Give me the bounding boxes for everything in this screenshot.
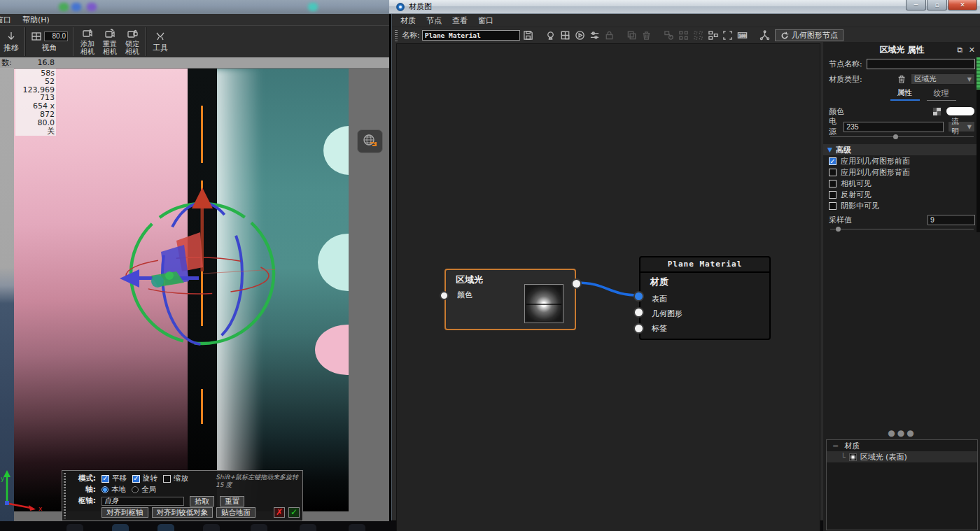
translate-checkbox[interactable]: ✓平移 bbox=[102, 474, 127, 483]
taskbar-item[interactable] bbox=[66, 524, 83, 531]
panel-titlebar[interactable]: 区域光 属性 ⧉ ✕ bbox=[823, 43, 980, 56]
menu-node[interactable]: 节点 bbox=[426, 15, 442, 26]
save-icon[interactable] bbox=[522, 29, 535, 42]
pick-button[interactable]: 拾取 bbox=[190, 496, 214, 507]
undock-icon[interactable]: ⧉ bbox=[957, 45, 962, 55]
delete-material-icon[interactable] bbox=[897, 74, 906, 84]
taskbar-item[interactable] bbox=[251, 524, 267, 531]
menu-window[interactable]: 窗口 bbox=[0, 15, 11, 25]
taskbar-item[interactable] bbox=[349, 524, 365, 531]
scrollbar-thumb[interactable] bbox=[976, 57, 980, 90]
power-slider[interactable] bbox=[830, 134, 974, 140]
render-refresh-button[interactable] bbox=[357, 129, 383, 153]
fov-input[interactable] bbox=[44, 31, 68, 41]
panel-grip[interactable] bbox=[64, 473, 66, 518]
checkbox-icon[interactable] bbox=[829, 169, 836, 176]
material-preview-icon[interactable] bbox=[559, 29, 572, 42]
panel-splitter[interactable]: ●●● bbox=[823, 428, 980, 438]
pivot-input[interactable] bbox=[102, 497, 184, 506]
fit-view-icon[interactable] bbox=[722, 29, 734, 42]
material-type-select[interactable]: 区域光▼ bbox=[911, 73, 975, 85]
tab-properties[interactable]: 属性 bbox=[890, 87, 920, 101]
rotate-checkbox[interactable]: ✓旋转 bbox=[132, 474, 158, 483]
fov-control[interactable]: 视角 bbox=[28, 26, 71, 57]
surface-input-port[interactable] bbox=[634, 291, 644, 302]
grid-nodes-icon[interactable] bbox=[678, 29, 690, 42]
scale-checkbox[interactable]: 缩放 bbox=[163, 474, 188, 483]
node-group-icon[interactable] bbox=[663, 29, 676, 42]
render-image[interactable] bbox=[14, 69, 349, 511]
align-pivot-button[interactable]: 对齐到枢轴 bbox=[102, 507, 148, 518]
taskbar-item[interactable] bbox=[300, 524, 316, 531]
checkbox-checked-icon[interactable]: ✓ bbox=[829, 157, 836, 165]
lock-icon[interactable] bbox=[603, 29, 616, 42]
color-input-port[interactable] bbox=[440, 291, 449, 300]
checkbox-icon[interactable] bbox=[829, 202, 836, 210]
checkbox-row[interactable]: 阴影中可见 bbox=[823, 200, 980, 211]
viewport-3d[interactable]: y x Shift+鼠标左键拖动来多旋转 bbox=[0, 68, 389, 521]
menu-window[interactable]: 窗口 bbox=[478, 15, 493, 26]
add-camera-button[interactable]: 添加相机 bbox=[76, 26, 99, 57]
taskbar-item[interactable] bbox=[203, 524, 220, 531]
arrange-nodes-icon[interactable] bbox=[707, 29, 720, 42]
area-light-node[interactable]: 区域光 颜色 bbox=[444, 269, 576, 330]
maximize-button[interactable]: ▫ bbox=[927, 0, 947, 10]
pan-button[interactable]: 推移 bbox=[0, 26, 22, 57]
node-graph-canvas[interactable]: 区域光 颜色 Plane Material 材质 表面 几何图形 标签 bbox=[396, 43, 820, 531]
trash-icon[interactable] bbox=[640, 29, 653, 42]
confirm-button[interactable]: ✓ bbox=[288, 507, 300, 518]
material-name-input[interactable] bbox=[422, 30, 520, 41]
render-preview-icon[interactable] bbox=[574, 29, 587, 42]
panel-close-icon[interactable]: ✕ bbox=[969, 45, 975, 55]
texture-checker-icon[interactable] bbox=[932, 107, 941, 116]
grid-nodes-dashed-icon[interactable] bbox=[692, 29, 705, 42]
taskbar-item[interactable] bbox=[158, 524, 174, 531]
geometry-node-button[interactable]: 几何图形节点 bbox=[775, 29, 844, 41]
checkbox-row[interactable]: 应用到几何图形背面 bbox=[823, 167, 980, 178]
zoom-100-icon[interactable]: 100 bbox=[736, 29, 749, 42]
global-radio[interactable]: 全局 bbox=[132, 485, 156, 495]
color-swatch[interactable] bbox=[946, 106, 975, 116]
advanced-section-header[interactable]: ▼ 高级 bbox=[823, 144, 980, 155]
checkbox-icon[interactable] bbox=[829, 191, 836, 199]
transform-gizmo[interactable] bbox=[14, 69, 349, 511]
split-branch-icon[interactable] bbox=[759, 29, 771, 42]
tools-button[interactable]: 工具 bbox=[149, 26, 172, 57]
tree-item-arealight[interactable]: └ 区域光 (表面) bbox=[827, 451, 977, 462]
local-radio[interactable]: 本地 bbox=[102, 485, 126, 495]
checkbox-row[interactable]: 相机可见 bbox=[823, 178, 980, 189]
tree-root-row[interactable]: − 材质 bbox=[827, 440, 977, 451]
menu-view[interactable]: 查看 bbox=[452, 15, 468, 26]
tag-input-port[interactable] bbox=[634, 323, 644, 334]
collapse-icon[interactable]: − bbox=[832, 441, 839, 451]
light-output-port[interactable] bbox=[571, 278, 582, 289]
snap-ground-button[interactable]: 贴合地面 bbox=[216, 507, 255, 518]
menu-material[interactable]: 材质 bbox=[400, 15, 416, 26]
checkbox-row[interactable]: ✓应用到几何图形前面 bbox=[823, 155, 980, 167]
samples-slider[interactable] bbox=[830, 227, 974, 232]
plane-material-node[interactable]: Plane Material 材质 表面 几何图形 标签 bbox=[639, 256, 771, 340]
tab-texture[interactable]: 纹理 bbox=[927, 88, 956, 101]
material-window-titlebar[interactable]: 材质图 ─ ▫ ✕ bbox=[389, 0, 980, 14]
light-icon[interactable] bbox=[545, 29, 557, 42]
taskbar-item[interactable] bbox=[112, 524, 129, 531]
cancel-button[interactable]: ✗ bbox=[274, 507, 285, 518]
geometry-input-port[interactable] bbox=[634, 307, 644, 318]
checkbox-icon[interactable] bbox=[829, 180, 836, 187]
reset-button[interactable]: 重置 bbox=[220, 496, 244, 507]
gizmo-center-dot[interactable] bbox=[151, 275, 164, 288]
minimize-button[interactable]: ─ bbox=[906, 0, 926, 10]
toolbar-grip[interactable] bbox=[395, 30, 398, 41]
move-y-arrow[interactable] bbox=[192, 187, 213, 208]
settings-sliders-icon[interactable] bbox=[589, 29, 601, 42]
menu-help[interactable]: 帮助(H) bbox=[22, 15, 50, 25]
copy-icon[interactable] bbox=[626, 29, 638, 42]
close-button[interactable]: ✕ bbox=[948, 0, 977, 10]
samples-input[interactable] bbox=[927, 215, 975, 225]
power-unit-select[interactable]: 流明▼ bbox=[948, 121, 975, 132]
checkbox-row[interactable]: 反射可见 bbox=[823, 189, 980, 200]
node-name-input[interactable] bbox=[867, 59, 975, 69]
panel-scrollbar[interactable] bbox=[976, 57, 980, 232]
lock-camera-button[interactable]: 锁定相机 bbox=[121, 26, 144, 57]
power-input[interactable] bbox=[844, 122, 944, 132]
